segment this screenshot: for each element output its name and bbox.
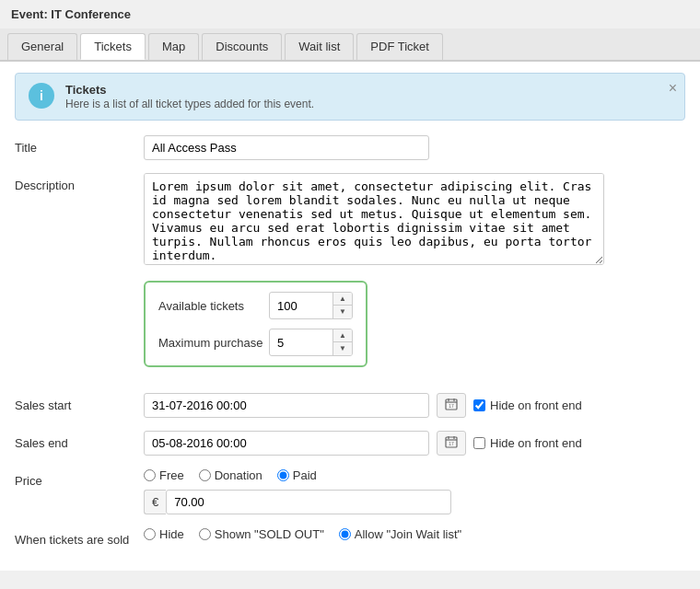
svg-text:17: 17 — [449, 403, 454, 409]
max-purchase-row: Maximum purchase 5 ▲ ▼ — [158, 329, 353, 356]
sales-start-date-row: 17 Hide on front end — [144, 393, 685, 418]
tab-discounts[interactable]: Discounts — [202, 33, 282, 60]
close-banner-button[interactable]: × — [669, 81, 677, 96]
currency-symbol: € — [144, 490, 166, 514]
available-tickets-row: Available tickets 100 ▲ ▼ — [158, 292, 353, 319]
sales-start-hide-label: Hide on front end — [473, 398, 582, 412]
title-control: All Access Pass — [144, 135, 685, 160]
when-sold-control: Hide Shown "SOLD OUT" Allow "Join Wait l… — [144, 527, 685, 541]
sales-end-label: Sales end — [15, 431, 144, 450]
sales-start-control: 17 Hide on front end — [144, 393, 685, 418]
sales-end-date-row: 17 Hide on front end — [144, 431, 685, 456]
event-header: Event: IT Conference — [0, 0, 700, 29]
svg-text:17: 17 — [449, 441, 454, 446]
description-row: Description Lorem ipsum dolor sit amet, … — [15, 173, 685, 268]
tab-tickets[interactable]: Tickets — [80, 33, 146, 60]
price-amount-row: € — [144, 490, 685, 514]
when-sold-row: When tickets are sold Hide Shown "SOLD O… — [15, 527, 685, 547]
info-icon: i — [29, 83, 54, 109]
description-control: Lorem ipsum dolor sit amet, consectetur … — [144, 173, 685, 268]
description-label: Description — [15, 173, 144, 192]
max-purchase-spinner: 5 ▲ ▼ — [269, 329, 353, 356]
content-area: i Tickets Here is a list of all ticket t… — [0, 61, 700, 571]
title-label: Title — [15, 135, 144, 155]
tab-waitlist[interactable]: Wait list — [285, 33, 354, 60]
max-purchase-input[interactable]: 5 — [270, 331, 332, 354]
tab-map[interactable]: Map — [148, 33, 199, 60]
sales-end-hide-text: Hide on front end — [490, 436, 582, 450]
tab-pdfticket[interactable]: PDF Ticket — [356, 33, 443, 60]
price-free-label: Free — [144, 468, 184, 482]
available-tickets-input[interactable]: 100 — [270, 294, 332, 318]
sales-end-row: Sales end 17 Hide on front end — [15, 431, 685, 456]
available-tickets-up[interactable]: ▲ — [333, 293, 352, 306]
when-sold-options: Hide Shown "SOLD OUT" Allow "Join Wait l… — [144, 527, 685, 541]
tickets-group-row: Available tickets 100 ▲ ▼ Maximum purcha… — [15, 281, 685, 380]
sales-start-input[interactable] — [144, 393, 429, 418]
sales-start-hide-text: Hide on front end — [490, 398, 582, 412]
max-purchase-down[interactable]: ▼ — [333, 342, 352, 355]
sales-start-calendar-button[interactable]: 17 — [437, 393, 466, 418]
when-sold-allow-radio[interactable] — [339, 528, 351, 540]
price-paid-label: Paid — [277, 468, 317, 482]
available-tickets-down[interactable]: ▼ — [333, 306, 352, 318]
event-name: IT Conference — [51, 7, 131, 21]
available-tickets-spinners: ▲ ▼ — [332, 293, 352, 318]
tickets-group-label-spacer — [15, 281, 144, 286]
when-sold-shown-label: Shown "SOLD OUT" — [199, 527, 324, 541]
calendar-icon: 17 — [445, 398, 458, 410]
when-sold-label: When tickets are sold — [15, 527, 144, 547]
event-label: Event: — [11, 7, 48, 21]
tab-general[interactable]: General — [7, 33, 77, 60]
price-row: Price Free Donation Paid € — [15, 468, 685, 514]
price-label: Price — [15, 468, 144, 488]
sales-end-hide-label: Hide on front end — [473, 436, 582, 450]
when-sold-shown-text: Shown "SOLD OUT" — [215, 527, 324, 541]
when-sold-hide-text: Hide — [159, 527, 184, 541]
price-donation-radio[interactable] — [199, 469, 211, 481]
when-sold-shown-radio[interactable] — [199, 528, 211, 540]
banner-title: Tickets — [65, 83, 314, 97]
sales-end-calendar-button[interactable]: 17 — [437, 431, 466, 456]
title-input[interactable]: All Access Pass — [144, 135, 429, 160]
sales-start-row: Sales start 17 Hide on front end — [15, 393, 685, 418]
available-tickets-spinner: 100 ▲ ▼ — [269, 292, 353, 319]
when-sold-hide-radio[interactable] — [144, 528, 156, 540]
price-radio-group: Free Donation Paid — [144, 468, 685, 482]
banner-description: Here is a list of all ticket types added… — [65, 98, 314, 110]
sales-start-label: Sales start — [15, 393, 144, 412]
max-purchase-label: Maximum purchase — [158, 336, 269, 350]
sales-start-hide-checkbox[interactable] — [473, 399, 485, 411]
when-sold-hide-label: Hide — [144, 527, 184, 541]
when-sold-allow-label: Allow "Join Wait list" — [339, 527, 461, 541]
description-textarea[interactable]: Lorem ipsum dolor sit amet, consectetur … — [144, 173, 604, 265]
price-free-text: Free — [159, 468, 184, 482]
max-purchase-up[interactable]: ▲ — [333, 329, 352, 342]
max-purchase-spinners: ▲ ▼ — [332, 329, 352, 355]
price-paid-radio[interactable] — [277, 469, 289, 481]
when-sold-allow-text: Allow "Join Wait list" — [355, 527, 461, 541]
title-row: Title All Access Pass — [15, 135, 685, 160]
calendar-icon: 17 — [445, 435, 458, 448]
sales-end-input[interactable] — [144, 431, 429, 456]
price-donation-label: Donation — [199, 468, 262, 482]
sales-end-hide-checkbox[interactable] — [473, 437, 485, 449]
price-amount-input[interactable] — [166, 490, 451, 514]
price-paid-text: Paid — [293, 468, 317, 482]
available-tickets-label: Available tickets — [158, 299, 269, 313]
price-donation-text: Donation — [215, 468, 262, 482]
info-text: Tickets Here is a list of all ticket typ… — [65, 83, 314, 110]
tabs-bar: General Tickets Map Discounts Wait list … — [0, 29, 700, 61]
sales-end-control: 17 Hide on front end — [144, 431, 685, 456]
price-control: Free Donation Paid € — [144, 468, 685, 514]
highlighted-group: Available tickets 100 ▲ ▼ Maximum purcha… — [144, 281, 368, 367]
price-free-radio[interactable] — [144, 469, 156, 481]
info-banner: i Tickets Here is a list of all ticket t… — [15, 73, 685, 121]
